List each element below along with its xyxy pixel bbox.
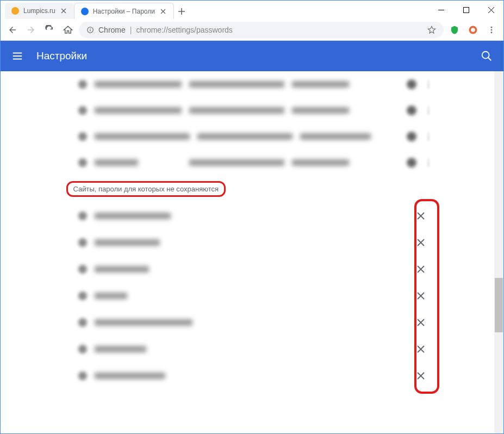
username bbox=[189, 159, 284, 166]
svg-point-9 bbox=[491, 29, 493, 30]
forward-button[interactable] bbox=[23, 22, 39, 38]
password-row[interactable]: ⋮ bbox=[67, 123, 437, 150]
search-icon[interactable] bbox=[481, 50, 493, 62]
favicon-settings bbox=[81, 8, 89, 15]
site-name bbox=[95, 107, 182, 114]
never-save-row bbox=[67, 362, 437, 389]
content-area: Настройки ⋮ bbox=[1, 41, 503, 433]
settings-header: Настройки bbox=[1, 41, 503, 71]
password-masked bbox=[300, 133, 371, 140]
tabs-area: Lumpics.ru Настройки – Пароли bbox=[1, 1, 428, 19]
settings-panel: ⋮ ⋮ bbox=[67, 71, 437, 433]
password-row[interactable]: ⋮ bbox=[67, 97, 437, 123]
site-favicon bbox=[78, 318, 87, 327]
settings-body: ⋮ ⋮ bbox=[1, 71, 503, 433]
site-favicon bbox=[78, 345, 87, 354]
omnibox-divider: | bbox=[130, 26, 132, 34]
site-favicon bbox=[78, 212, 87, 220]
close-icon[interactable] bbox=[159, 8, 167, 15]
more-actions-icon[interactable]: ⋮ bbox=[424, 158, 426, 168]
close-icon[interactable] bbox=[60, 7, 67, 15]
scrollbar-thumb[interactable] bbox=[495, 278, 503, 332]
site-favicon bbox=[78, 238, 87, 247]
svg-rect-5 bbox=[90, 28, 90, 28]
favicon-lumpics bbox=[11, 7, 19, 15]
home-button[interactable] bbox=[60, 22, 76, 38]
site-name bbox=[95, 319, 192, 326]
site-favicon bbox=[78, 371, 87, 380]
address-bar[interactable]: Chrome | chrome://settings/passwords bbox=[79, 22, 444, 38]
site-name bbox=[95, 266, 149, 272]
more-actions-icon[interactable]: ⋮ bbox=[424, 79, 426, 89]
site-name bbox=[95, 373, 165, 379]
show-password-icon[interactable] bbox=[407, 132, 416, 141]
close-window-button[interactable] bbox=[478, 1, 503, 19]
extension-adblock-icon[interactable] bbox=[465, 22, 481, 38]
site-name bbox=[95, 133, 190, 140]
browser-menu-button[interactable] bbox=[484, 22, 499, 38]
never-save-row bbox=[67, 256, 437, 282]
site-name bbox=[95, 346, 146, 352]
minimize-button[interactable] bbox=[428, 1, 453, 19]
tab-settings-passwords[interactable]: Настройки – Пароли bbox=[74, 3, 174, 19]
window-controls bbox=[428, 1, 503, 19]
more-actions-icon[interactable]: ⋮ bbox=[424, 132, 426, 141]
site-favicon bbox=[78, 132, 87, 141]
never-save-row bbox=[67, 309, 437, 336]
titlebar: Lumpics.ru Настройки – Пароли bbox=[1, 1, 503, 19]
password-masked bbox=[292, 107, 349, 114]
maximize-button[interactable] bbox=[453, 1, 478, 19]
username bbox=[189, 81, 284, 88]
username bbox=[197, 133, 293, 140]
site-favicon bbox=[78, 292, 87, 300]
site-name bbox=[95, 213, 171, 219]
tab-title: Lumpics.ru bbox=[23, 7, 55, 15]
never-save-row bbox=[67, 229, 437, 256]
password-masked bbox=[292, 159, 349, 166]
password-row[interactable]: ⋮ bbox=[67, 71, 437, 97]
scrollbar-track[interactable] bbox=[494, 71, 503, 433]
svg-point-10 bbox=[491, 32, 493, 33]
site-favicon bbox=[78, 106, 87, 115]
site-favicon bbox=[78, 265, 87, 274]
tab-title: Настройки – Пароли bbox=[93, 8, 155, 15]
site-name bbox=[95, 81, 182, 88]
tab-lumpics[interactable]: Lumpics.ru bbox=[5, 3, 74, 19]
svg-rect-4 bbox=[90, 29, 90, 31]
show-password-icon[interactable] bbox=[407, 106, 416, 115]
star-icon[interactable] bbox=[427, 26, 436, 34]
site-favicon bbox=[78, 158, 87, 167]
omnibox-url: chrome://settings/passwords bbox=[136, 26, 232, 34]
extension-shield-icon[interactable] bbox=[447, 22, 462, 38]
secure-icon bbox=[86, 26, 94, 34]
site-name bbox=[95, 293, 127, 299]
browser-window: Lumpics.ru Настройки – Пароли bbox=[0, 0, 504, 434]
never-save-row bbox=[67, 282, 437, 309]
back-button[interactable] bbox=[5, 22, 20, 38]
site-name bbox=[95, 239, 160, 246]
site-name bbox=[95, 159, 138, 166]
annotation-highlight bbox=[414, 199, 439, 394]
browser-toolbar: Chrome | chrome://settings/passwords bbox=[1, 19, 503, 41]
password-row[interactable]: ⋮ bbox=[67, 150, 437, 176]
svg-point-8 bbox=[491, 27, 493, 28]
username bbox=[189, 107, 284, 114]
more-actions-icon[interactable]: ⋮ bbox=[424, 106, 426, 115]
password-masked bbox=[292, 81, 349, 88]
never-save-row bbox=[67, 202, 437, 229]
reload-button[interactable] bbox=[42, 22, 57, 38]
site-favicon bbox=[78, 80, 87, 89]
page-title: Настройки bbox=[36, 50, 468, 62]
never-save-row bbox=[67, 336, 437, 362]
never-save-heading: Сайты, пароли для которых не сохраняются bbox=[66, 181, 226, 197]
new-tab-button[interactable] bbox=[174, 4, 189, 19]
svg-point-7 bbox=[471, 28, 475, 32]
svg-point-11 bbox=[482, 52, 489, 59]
svg-rect-2 bbox=[463, 7, 469, 13]
omnibox-origin-label: Chrome bbox=[98, 26, 126, 34]
menu-icon[interactable] bbox=[11, 50, 23, 62]
show-password-icon[interactable] bbox=[407, 79, 416, 89]
show-password-icon[interactable] bbox=[407, 158, 416, 168]
svg-rect-1 bbox=[438, 10, 444, 10]
